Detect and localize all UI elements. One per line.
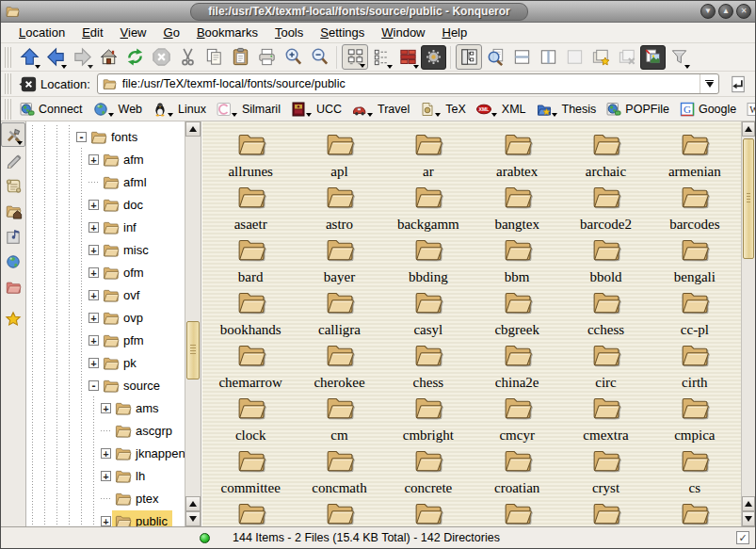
stop-button[interactable]: [148, 44, 174, 70]
tree-row-ascgrp[interactable]: ascgrp: [26, 419, 185, 442]
folder-item-bengali[interactable]: bengali: [651, 234, 739, 286]
folder-item-committee[interactable]: committee: [206, 444, 295, 497]
folder-item-china2e[interactable]: china2e: [473, 339, 561, 392]
statusbar-checkbox-icon[interactable]: ✓: [736, 531, 749, 544]
expand-toggle[interactable]: +: [88, 358, 99, 368]
tree-row-afml[interactable]: afml: [26, 170, 185, 193]
folder-item-arabtex[interactable]: arabtex: [473, 128, 561, 181]
run-command-button[interactable]: [421, 45, 446, 70]
menu-help[interactable]: Help: [434, 24, 476, 41]
filter-button[interactable]: [666, 44, 692, 70]
folder-item-concrete[interactable]: concrete: [384, 444, 473, 497]
tree-item[interactable]: afm: [100, 149, 149, 170]
tree-item[interactable]: ofm: [100, 262, 149, 283]
cut-button[interactable]: [174, 44, 201, 70]
bookmark-toolbar-handle[interactable]: [5, 99, 12, 120]
folder-item-chess[interactable]: chess: [384, 339, 473, 392]
folder-item-croatian[interactable]: croatian: [473, 444, 561, 497]
reload-button[interactable]: [121, 44, 148, 70]
folder-item-partial-3[interactable]: [384, 497, 473, 526]
folder-item-cherokee[interactable]: cherokee: [295, 339, 383, 392]
tree-item[interactable]: ams: [112, 397, 164, 419]
folder-item-barcode2[interactable]: barcode2: [561, 181, 650, 234]
folder-item-cmbright[interactable]: cmbright: [384, 392, 473, 444]
print-button[interactable]: [253, 44, 280, 70]
tree-row-inf[interactable]: +inf: [26, 216, 185, 238]
multicolumn-view-button[interactable]: [394, 44, 421, 70]
tree-item[interactable]: doc: [100, 194, 148, 216]
folder-item-casyl[interactable]: casyl: [384, 286, 473, 339]
expand-toggle[interactable]: +: [101, 403, 111, 413]
maximize-button[interactable]: ▲: [718, 4, 733, 19]
scroll-up-button[interactable]: [185, 496, 201, 511]
expand-toggle[interactable]: +: [88, 222, 99, 233]
location-toolbar-handle[interactable]: [5, 73, 12, 94]
collapse-toggle[interactable]: -: [88, 380, 99, 391]
folder-item-bbding[interactable]: bbding: [384, 234, 473, 286]
folder-item-backgamm[interactable]: backgamm: [384, 181, 473, 234]
scrollbar-thumb[interactable]: [743, 138, 754, 259]
bookmark-linux[interactable]: Linux: [149, 100, 210, 119]
remove-view-button[interactable]: [561, 44, 587, 70]
tree-row-ovp[interactable]: +ovp: [26, 306, 185, 329]
folder-item-chemarrow[interactable]: chemarrow: [206, 339, 295, 392]
close-tab-button[interactable]: [614, 44, 640, 70]
tree-item[interactable]: afml: [100, 171, 152, 193]
location-input[interactable]: file:/usr/TeX/texmf-local/fonts/source/p…: [97, 73, 719, 94]
tree-item[interactable]: inf: [100, 217, 141, 238]
find-file-button[interactable]: [482, 44, 508, 70]
folder-item-cmextra[interactable]: cmextra: [561, 392, 650, 444]
expand-toggle[interactable]: +: [88, 267, 99, 278]
tree-item[interactable]: pk: [100, 352, 141, 374]
folder-item-cryst[interactable]: cryst: [561, 444, 650, 497]
tree-item[interactable]: ascgrp: [112, 420, 177, 442]
tree-row-ptex[interactable]: ptex: [26, 487, 185, 509]
tree-row-jknappen[interactable]: +jknappen: [26, 442, 185, 464]
collapse-toggle[interactable]: -: [76, 132, 87, 142]
scrollbar-thumb[interactable]: [186, 321, 200, 379]
bookmark-tex[interactable]: TeX: [416, 100, 470, 119]
folder-item-partial-1[interactable]: [206, 497, 295, 526]
bookmark-wikipedia[interactable]: WWikipedia: [743, 100, 756, 119]
folder-item-asaetr[interactable]: asaetr: [206, 181, 295, 234]
scroll-up-button[interactable]: [185, 121, 201, 137]
folder-item-cchess[interactable]: cchess: [561, 286, 650, 339]
folder-item-astro[interactable]: astro: [295, 181, 383, 234]
bookmark-google[interactable]: GGoogle: [676, 100, 740, 119]
split-top-bottom-button[interactable]: [508, 44, 535, 70]
bookmark-connect[interactable]: Connect: [16, 100, 87, 119]
folder-item-bayer[interactable]: bayer: [295, 234, 383, 286]
expand-toggle[interactable]: +: [88, 290, 99, 300]
folder-item-partial-4[interactable]: [473, 497, 561, 526]
menu-settings[interactable]: Settings: [312, 24, 373, 41]
tree-row-pfm[interactable]: +pfm: [26, 329, 185, 351]
folder-item-bangtex[interactable]: bangtex: [473, 181, 561, 234]
folder-item-partial-6[interactable]: [651, 497, 739, 526]
scroll-down-button[interactable]: [185, 511, 201, 526]
folder-item-armenian[interactable]: armenian: [651, 128, 739, 181]
zoom-out-button[interactable]: [306, 44, 332, 70]
sidebar-tab-history[interactable]: [1, 172, 25, 198]
tree-item[interactable]: lh: [112, 465, 150, 487]
back-button[interactable]: [42, 44, 69, 70]
go-button[interactable]: [726, 73, 750, 95]
expand-toggle[interactable]: +: [101, 471, 111, 481]
scroll-down-button[interactable]: [742, 511, 755, 526]
bookmark-ucc[interactable]: UCC: [287, 100, 346, 119]
tree-row-ams[interactable]: +ams: [26, 396, 185, 419]
home-button[interactable]: [95, 44, 121, 70]
bookmark-web[interactable]: Web: [89, 100, 146, 119]
tree-row-ovf[interactable]: +ovf: [26, 283, 185, 306]
title-bar[interactable]: file:/usr/TeX/texmf-local/fonts/source/p…: [1, 1, 755, 23]
folder-item-cirth[interactable]: cirth: [651, 339, 739, 392]
clear-location-button[interactable]: [16, 73, 39, 95]
folder-item-barcodes[interactable]: barcodes: [651, 181, 739, 234]
tree-item[interactable]: pfm: [100, 330, 149, 351]
folder-item-calligra[interactable]: calligra: [295, 286, 383, 339]
scroll-up-button[interactable]: [742, 496, 755, 511]
bookmark-xml[interactable]: XMLXML: [473, 100, 530, 119]
folder-item-bbm[interactable]: bbm: [473, 234, 561, 286]
folder-item-partial-2[interactable]: [295, 497, 383, 526]
sidebar-tab-annotate[interactable]: [1, 147, 25, 172]
folder-item-cs[interactable]: cs: [651, 444, 739, 497]
